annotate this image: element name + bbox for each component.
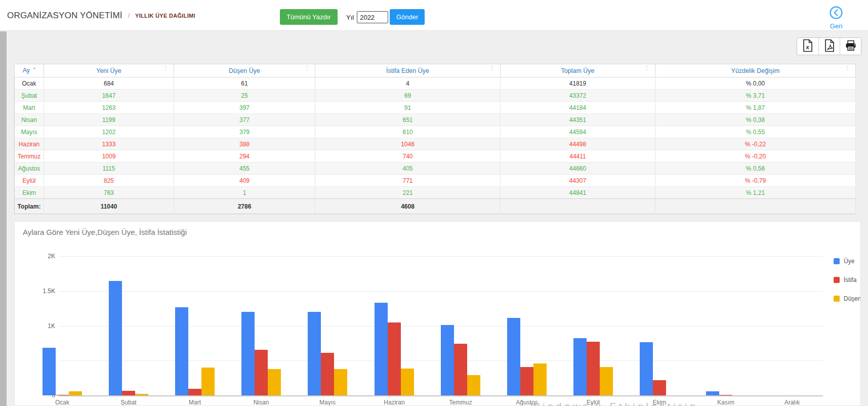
chart-bar-istifa[interactable] bbox=[587, 342, 600, 395]
cell-change: % 0,55 bbox=[655, 126, 856, 138]
left-scrollbar[interactable] bbox=[0, 31, 7, 406]
cell-month: Ağustos bbox=[15, 163, 44, 175]
table-row: Eylül82540977144307% -0,79 bbox=[15, 175, 856, 187]
chart-bar-istifa[interactable] bbox=[719, 395, 732, 395]
cell-month: Şubat bbox=[15, 90, 44, 102]
chevron-left-circle-icon bbox=[829, 13, 843, 21]
cell-resigned: 405 bbox=[315, 163, 501, 175]
chart-bar-istifa[interactable] bbox=[321, 353, 334, 395]
footer-new-total: 11040 bbox=[44, 199, 174, 214]
cell-change: % 0,00 bbox=[655, 77, 856, 90]
table-header-row: AyˆYeni ÜyeˆˇDüşen Üyeˆˇİstifa Eden Üyeˆ… bbox=[15, 64, 856, 77]
print-all-button[interactable]: Tümünü Yazdır bbox=[280, 9, 338, 25]
cell-change: % 1,21 bbox=[655, 187, 856, 199]
table-row: Ocak68461441819% 0,00 bbox=[15, 77, 856, 90]
chart-bar-uye[interactable] bbox=[308, 312, 321, 395]
pdf-file-icon bbox=[824, 39, 835, 54]
cell-change: % 3,71 bbox=[655, 90, 856, 102]
cell-resigned: 4 bbox=[315, 77, 501, 90]
chart-bar-dusen[interactable] bbox=[401, 369, 414, 395]
chart-bar-istifa[interactable] bbox=[188, 389, 201, 395]
print-button[interactable] bbox=[840, 38, 861, 55]
chart-bar-uye[interactable] bbox=[507, 318, 520, 395]
cell-dropped: 377 bbox=[174, 114, 315, 126]
chart-bar-istifa[interactable] bbox=[56, 395, 69, 395]
chart-bar-dusen[interactable] bbox=[135, 394, 148, 395]
legend-swatch-icon bbox=[834, 296, 840, 302]
back-button[interactable]: Geri bbox=[825, 6, 847, 30]
column-header-resigned[interactable]: İstifa Eden Üyeˆˇ bbox=[315, 64, 501, 77]
cell-resigned: 69 bbox=[315, 90, 501, 102]
cell-total: 44660 bbox=[501, 163, 655, 175]
breadcrumb-separator: / bbox=[128, 12, 130, 19]
column-label: Düşen Üye bbox=[229, 67, 260, 74]
cell-month: Ocak bbox=[15, 77, 44, 90]
chart-bar-istifa[interactable] bbox=[454, 344, 467, 395]
chart-legend: ÜyeİstifaDüşen bbox=[834, 258, 861, 314]
export-toolbar: x bbox=[797, 37, 861, 55]
chart-bar-dusen[interactable] bbox=[467, 375, 480, 395]
cell-dropped: 379 bbox=[174, 126, 315, 138]
legend-item-0: Üye bbox=[834, 258, 861, 264]
table-row: Mayıs120237961044594% 0,55 bbox=[15, 126, 856, 138]
chart-bar-istifa[interactable] bbox=[255, 350, 268, 395]
x-axis-label: Aralık bbox=[768, 399, 816, 406]
submit-button[interactable]: Gönder bbox=[390, 9, 425, 25]
cell-new: 684 bbox=[44, 77, 174, 90]
chart-bar-uye[interactable] bbox=[43, 348, 56, 395]
cell-total: 44307 bbox=[501, 175, 655, 187]
chart-bar-istifa[interactable] bbox=[122, 391, 135, 395]
chart-bar-dusen[interactable] bbox=[600, 367, 613, 395]
year-input[interactable] bbox=[357, 11, 388, 23]
breadcrumb: ORGANİZASYON YÖNETİMİ / YILLIK ÜYE DAĞIL… bbox=[7, 0, 195, 31]
cell-change: % 0,56 bbox=[655, 163, 856, 175]
printer-icon bbox=[845, 39, 857, 53]
cell-change: % 1,87 bbox=[655, 102, 856, 114]
chart-bar-uye[interactable] bbox=[241, 312, 255, 395]
sort-toggle-icon: ˆˇ bbox=[164, 68, 167, 74]
chart-bar-istifa[interactable] bbox=[388, 322, 401, 395]
legend-label: İstifa bbox=[844, 276, 856, 283]
svg-text:x: x bbox=[806, 44, 810, 50]
chart-bar-dusen[interactable] bbox=[69, 391, 82, 395]
footer-dropped-total: 2786 bbox=[174, 199, 315, 214]
legend-label: Düşen bbox=[844, 295, 861, 302]
cell-total: 44841 bbox=[501, 187, 655, 199]
cell-new: 1009 bbox=[44, 150, 174, 163]
cell-resigned: 740 bbox=[315, 150, 501, 163]
column-header-dropped[interactable]: Düşen Üyeˆˇ bbox=[174, 64, 315, 77]
column-label: Ay bbox=[23, 67, 30, 74]
column-header-total[interactable]: Toplam Üyeˆˇ bbox=[501, 64, 655, 77]
sort-toggle-icon: ˆˇ bbox=[846, 68, 848, 74]
y-axis-label: 1K bbox=[15, 322, 55, 330]
sort-toggle-icon: ˆˇ bbox=[491, 68, 493, 74]
chart-bar-uye[interactable] bbox=[375, 303, 388, 395]
year-label: Yıl bbox=[346, 14, 354, 21]
column-header-new[interactable]: Yeni Üyeˆˇ bbox=[44, 64, 174, 77]
chart-bar-uye[interactable] bbox=[640, 342, 653, 395]
member-stats-table: AyˆYeni ÜyeˆˇDüşen Üyeˆˇİstifa Eden Üyeˆ… bbox=[14, 64, 856, 214]
pdf-export-button[interactable] bbox=[818, 38, 840, 55]
column-label: Yüzdelik Değişim bbox=[731, 67, 780, 74]
cell-dropped: 25 bbox=[174, 90, 315, 102]
chart-bar-uye[interactable] bbox=[573, 338, 587, 395]
cell-resigned: 651 bbox=[315, 114, 501, 126]
chart-bar-istifa[interactable] bbox=[653, 380, 666, 395]
chart-bar-dusen[interactable] bbox=[201, 368, 215, 395]
column-header-change[interactable]: Yüzdelik Değişimˆˇ bbox=[655, 64, 856, 77]
cell-change: % -0,79 bbox=[655, 175, 856, 187]
excel-export-button[interactable]: x bbox=[797, 38, 818, 55]
chart-bar-dusen[interactable] bbox=[533, 363, 547, 395]
chart-bar-dusen[interactable] bbox=[334, 369, 347, 395]
chart-bar-istifa[interactable] bbox=[520, 367, 533, 395]
column-label: Toplam Üye bbox=[561, 67, 595, 74]
cell-month: Haziran bbox=[15, 138, 44, 150]
chart-bar-uye[interactable] bbox=[109, 281, 122, 395]
chart-bar-uye[interactable] bbox=[175, 307, 188, 395]
chart-bar-uye[interactable] bbox=[706, 391, 719, 395]
chart-bar-uye[interactable] bbox=[441, 325, 454, 395]
cell-dropped: 409 bbox=[174, 175, 315, 187]
plot-area: 2K1.5K1K5000OcakŞubatMartNisanMayısHazir… bbox=[15, 222, 860, 405]
chart-bar-dusen[interactable] bbox=[268, 369, 281, 395]
column-header-month[interactable]: Ayˆ bbox=[15, 64, 44, 77]
